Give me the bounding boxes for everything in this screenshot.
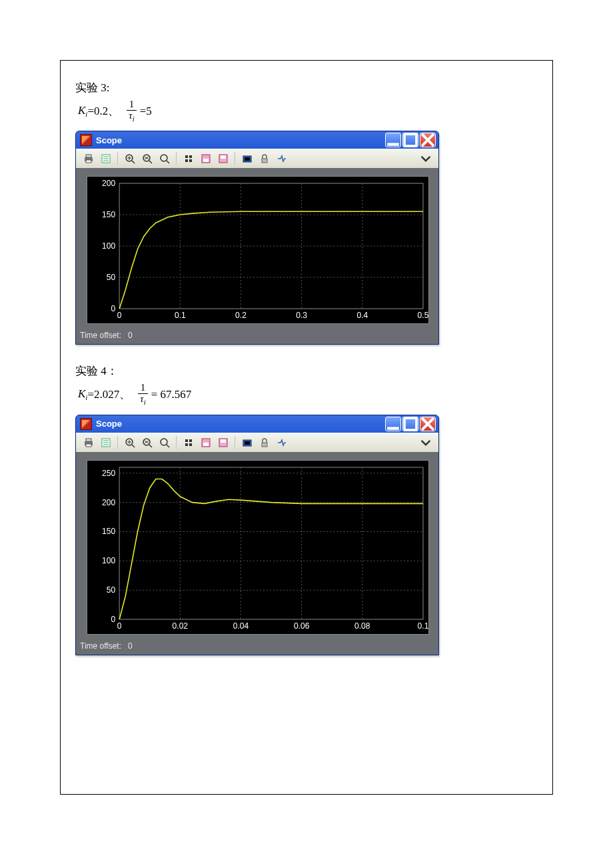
experiment4-label: 实验 4： bbox=[75, 363, 539, 379]
svg-text:200: 200 bbox=[102, 497, 115, 507]
svg-rect-42 bbox=[86, 439, 91, 441]
parameters-icon[interactable] bbox=[99, 435, 113, 450]
svg-rect-14 bbox=[245, 157, 250, 161]
svg-rect-10 bbox=[203, 159, 209, 162]
svg-rect-40 bbox=[404, 418, 416, 430]
svg-text:150: 150 bbox=[102, 527, 115, 536]
time-offset-bar: Time offset: 0 bbox=[76, 328, 438, 344]
print-icon[interactable] bbox=[81, 151, 96, 166]
autoscale-icon[interactable] bbox=[181, 151, 196, 166]
svg-rect-43 bbox=[86, 444, 91, 447]
matlab-icon bbox=[80, 418, 92, 430]
svg-point-8 bbox=[161, 155, 167, 161]
svg-text:0: 0 bbox=[111, 615, 115, 624]
restore-config-icon[interactable] bbox=[216, 151, 231, 166]
svg-text:0.2: 0.2 bbox=[235, 311, 247, 320]
svg-text:0: 0 bbox=[111, 304, 115, 313]
svg-rect-39 bbox=[387, 427, 399, 429]
restore-config-icon[interactable] bbox=[216, 435, 231, 450]
svg-text:0: 0 bbox=[117, 311, 122, 320]
zoom-y-icon[interactable] bbox=[157, 151, 172, 166]
save-config-icon[interactable] bbox=[199, 435, 213, 450]
plot-area: 05010015020025000.020.040.060.080.1 bbox=[76, 452, 438, 639]
window-title: Scope bbox=[96, 419, 385, 429]
scope-plot-1[interactable]: 05010015020000.10.20.30.40.5 bbox=[87, 176, 429, 324]
floating-scope-icon[interactable] bbox=[240, 151, 255, 166]
svg-text:0.02: 0.02 bbox=[173, 621, 189, 631]
zoom-x-icon[interactable] bbox=[140, 151, 155, 166]
autoscale-icon[interactable] bbox=[181, 435, 196, 450]
svg-rect-0 bbox=[387, 143, 399, 146]
zoom-y-icon[interactable] bbox=[157, 435, 172, 450]
minimize-button[interactable] bbox=[385, 133, 401, 147]
experiment4-formula: Ki =2.027、 1 τi = 67.567 bbox=[78, 383, 539, 406]
toolbar bbox=[76, 433, 438, 452]
toolbar-separator bbox=[117, 152, 119, 165]
svg-text:100: 100 bbox=[102, 556, 115, 565]
experiment3-label: 实验 3: bbox=[75, 80, 539, 95]
matlab-icon bbox=[80, 134, 92, 146]
svg-text:0.4: 0.4 bbox=[356, 311, 368, 320]
titlebar[interactable]: Scope bbox=[76, 415, 438, 433]
svg-rect-1 bbox=[404, 134, 416, 146]
svg-rect-4 bbox=[86, 160, 91, 163]
scope-window-1: Scope bbox=[75, 131, 439, 345]
svg-text:0.08: 0.08 bbox=[354, 621, 370, 631]
toolbar-separator bbox=[176, 152, 177, 165]
svg-rect-3 bbox=[86, 155, 91, 157]
svg-rect-51 bbox=[221, 439, 226, 443]
experiment3-formula: Ki =0.2、 1 τi =5 bbox=[78, 99, 539, 123]
minimize-button[interactable] bbox=[385, 417, 401, 431]
svg-text:150: 150 bbox=[102, 210, 115, 219]
zoom-in-icon[interactable] bbox=[123, 151, 137, 166]
svg-text:0.04: 0.04 bbox=[233, 621, 249, 631]
print-icon[interactable] bbox=[81, 435, 96, 450]
maximize-button[interactable] bbox=[402, 417, 418, 431]
lock-icon[interactable] bbox=[257, 435, 272, 450]
parameters-icon[interactable] bbox=[99, 151, 113, 166]
maximize-button[interactable] bbox=[402, 133, 418, 147]
svg-text:250: 250 bbox=[102, 468, 115, 477]
svg-text:0.5: 0.5 bbox=[418, 311, 429, 320]
titlebar[interactable]: Scope bbox=[76, 131, 438, 149]
toolbar-separator bbox=[235, 436, 236, 449]
dropdown-icon[interactable] bbox=[418, 435, 433, 450]
scope-plot-2[interactable]: 05010015020025000.020.040.060.080.1 bbox=[87, 460, 429, 635]
toolbar bbox=[76, 149, 438, 168]
svg-text:0: 0 bbox=[117, 621, 122, 631]
scope-window-2: Scope 050100150200250 bbox=[75, 415, 439, 655]
fraction: 1 τi bbox=[137, 383, 148, 406]
signal-selection-icon[interactable] bbox=[275, 151, 289, 166]
plot-area: 05010015020000.10.20.30.40.5 bbox=[76, 168, 438, 328]
lock-icon[interactable] bbox=[257, 151, 272, 166]
floating-scope-icon[interactable] bbox=[240, 435, 255, 450]
page-frame: 实验 3: Ki =0.2、 1 τi =5 Scope bbox=[60, 60, 553, 795]
svg-text:50: 50 bbox=[107, 585, 116, 595]
svg-point-47 bbox=[161, 439, 167, 445]
toolbar-separator bbox=[235, 152, 236, 165]
svg-rect-53 bbox=[245, 441, 250, 445]
svg-text:0.06: 0.06 bbox=[294, 621, 310, 631]
svg-text:0.1: 0.1 bbox=[418, 621, 429, 631]
svg-rect-49 bbox=[203, 443, 209, 446]
zoom-in-icon[interactable] bbox=[123, 435, 137, 450]
close-button[interactable] bbox=[420, 417, 436, 431]
fraction: 1 τi bbox=[126, 99, 137, 123]
svg-text:0.3: 0.3 bbox=[296, 311, 307, 320]
time-offset-bar: Time offset: 0 bbox=[76, 639, 438, 655]
svg-text:100: 100 bbox=[102, 241, 115, 251]
svg-rect-12 bbox=[221, 155, 226, 159]
svg-text:50: 50 bbox=[107, 273, 116, 282]
svg-text:200: 200 bbox=[102, 179, 115, 188]
save-config-icon[interactable] bbox=[199, 151, 213, 166]
svg-rect-55 bbox=[119, 467, 423, 619]
window-title: Scope bbox=[96, 135, 385, 145]
dropdown-icon[interactable] bbox=[418, 151, 433, 166]
close-button[interactable] bbox=[420, 133, 436, 147]
svg-text:0.1: 0.1 bbox=[175, 311, 186, 320]
toolbar-separator bbox=[176, 436, 177, 449]
zoom-x-icon[interactable] bbox=[140, 435, 155, 450]
svg-rect-15 bbox=[262, 159, 267, 163]
svg-rect-54 bbox=[262, 443, 267, 447]
signal-selection-icon[interactable] bbox=[275, 435, 289, 450]
